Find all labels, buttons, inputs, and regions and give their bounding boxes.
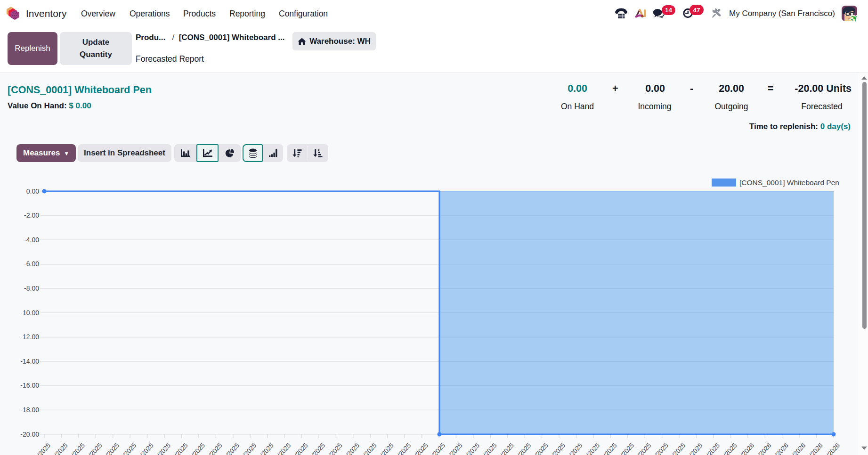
svg-text:/2025: /2025 bbox=[242, 442, 258, 455]
svg-text:/2025: /2025 bbox=[87, 442, 103, 455]
svg-text:-20.00: -20.00 bbox=[20, 431, 39, 438]
svg-text:/2025: /2025 bbox=[362, 442, 378, 455]
svg-text:/2025: /2025 bbox=[173, 442, 189, 455]
svg-text:/2025: /2025 bbox=[122, 442, 138, 455]
svg-text:/2026: /2026 bbox=[774, 442, 790, 455]
svg-text:/2025: /2025 bbox=[482, 442, 498, 455]
svg-text:/2025: /2025 bbox=[105, 442, 121, 455]
svg-text:/2025: /2025 bbox=[396, 442, 412, 455]
svg-text:/2025: /2025 bbox=[705, 442, 721, 455]
svg-text:-12.00: -12.00 bbox=[20, 333, 39, 341]
svg-text:/2025: /2025 bbox=[619, 442, 635, 455]
svg-text:-6.00: -6.00 bbox=[24, 260, 39, 268]
svg-text:/2025: /2025 bbox=[53, 442, 69, 455]
svg-text:/2026: /2026 bbox=[739, 442, 755, 455]
svg-text:/2025: /2025 bbox=[447, 442, 463, 455]
svg-text:-8.00: -8.00 bbox=[24, 284, 39, 292]
svg-text:/2025: /2025 bbox=[327, 442, 343, 455]
svg-text:0.00: 0.00 bbox=[26, 187, 39, 195]
svg-text:/2025: /2025 bbox=[70, 442, 86, 455]
svg-text:/2025: /2025 bbox=[636, 442, 652, 455]
svg-text:/2026: /2026 bbox=[756, 442, 772, 455]
svg-text:/2025: /2025 bbox=[534, 442, 550, 455]
svg-text:-16.00: -16.00 bbox=[20, 382, 39, 389]
svg-text:/2025: /2025 bbox=[688, 442, 704, 455]
svg-text:/2026: /2026 bbox=[791, 442, 807, 455]
svg-text:/2025: /2025 bbox=[293, 442, 309, 455]
svg-text:/2025: /2025 bbox=[516, 442, 532, 455]
svg-text:/2025: /2025 bbox=[190, 442, 206, 455]
svg-text:-18.00: -18.00 bbox=[20, 406, 39, 414]
svg-text:/2025: /2025 bbox=[654, 442, 670, 455]
svg-text:/2026: /2026 bbox=[808, 442, 824, 455]
svg-text:-14.00: -14.00 bbox=[20, 358, 39, 365]
svg-text:/2025: /2025 bbox=[36, 442, 52, 455]
svg-text:/2025: /2025 bbox=[259, 442, 275, 455]
svg-text:/2025: /2025 bbox=[414, 442, 430, 455]
svg-text:[CONS_0001] Whiteboard Pen: [CONS_0001] Whiteboard Pen bbox=[739, 179, 839, 187]
svg-text:/2025: /2025 bbox=[671, 442, 687, 455]
svg-text:-10.00: -10.00 bbox=[20, 309, 39, 317]
svg-text:/2025: /2025 bbox=[345, 442, 361, 455]
svg-text:/2025: /2025 bbox=[602, 442, 618, 455]
svg-text:/2025: /2025 bbox=[722, 442, 738, 455]
svg-text:/2025: /2025 bbox=[585, 442, 601, 455]
svg-text:/2025: /2025 bbox=[465, 442, 481, 455]
svg-text:/2025: /2025 bbox=[207, 442, 223, 455]
svg-text:/2025: /2025 bbox=[551, 442, 567, 455]
svg-text:/2025: /2025 bbox=[430, 442, 446, 455]
svg-text:-4.00: -4.00 bbox=[24, 236, 39, 244]
svg-text:/2026: /2026 bbox=[825, 442, 841, 455]
svg-text:-2.00: -2.00 bbox=[24, 211, 39, 219]
svg-text:/2025: /2025 bbox=[139, 442, 155, 455]
svg-text:/2025: /2025 bbox=[310, 442, 326, 455]
svg-text:/2025: /2025 bbox=[276, 442, 292, 455]
svg-text:/2025: /2025 bbox=[499, 442, 515, 455]
svg-text:/2025: /2025 bbox=[156, 442, 172, 455]
svg-text:/2025: /2025 bbox=[568, 442, 584, 455]
svg-text:/2025: /2025 bbox=[379, 442, 395, 455]
svg-text:/2025: /2025 bbox=[225, 442, 241, 455]
